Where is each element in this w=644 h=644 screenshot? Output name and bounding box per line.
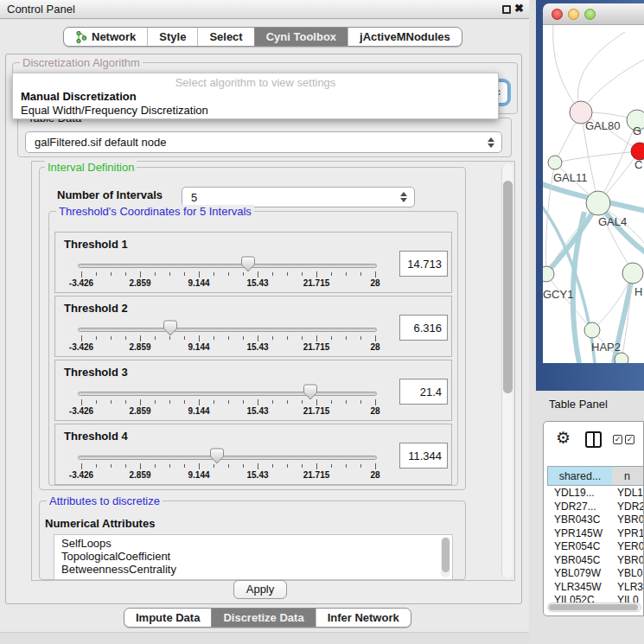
vertical-scrollbar-thumb[interactable] [503,181,513,393]
tab-select[interactable]: Select [197,28,253,46]
node-selected-red[interactable] [631,143,644,160]
tab-infer-network[interactable]: Infer Network [316,609,411,627]
slider-tick-label: -3.426 [69,278,93,288]
close-icon[interactable]: ✖ [514,2,524,15]
slider-thumb[interactable] [303,384,317,400]
slider-tick-label: 28 [370,342,379,352]
slider-tick [302,400,303,404]
table-row[interactable]: YBL079WYBL0 [547,567,643,581]
attributes-group: Attributes to discretize Numerical Attri… [39,501,466,580]
slider-tick-label: 2.859 [129,342,150,352]
threshold-value-input[interactable] [399,443,448,469]
attribute-item[interactable]: BetweennessCentrality [61,563,452,576]
slider-tick [214,464,214,468]
slider-tick [302,464,303,468]
slider-tick-label: 28 [370,406,379,416]
tab-network[interactable]: Network [64,28,147,46]
slider-tick [155,272,156,276]
slider-tick [184,464,185,468]
tab-style[interactable]: Style [147,28,197,46]
slider-tick [199,399,200,405]
table-panel-title: Table Panel [549,398,608,411]
slider-tick [346,464,347,468]
threshold-value-input[interactable] [399,315,448,341]
list-scrollbar[interactable] [441,537,450,577]
table-row[interactable]: YBR043CYBR0 [547,513,643,527]
zoom-traffic-light[interactable] [584,9,596,20]
slider-tick [214,336,214,340]
table-row[interactable]: YLR345WYLR3 [547,581,643,595]
float-window-icon[interactable] [502,5,511,14]
network-canvas[interactable]: GAL80 GAL11 GAL4 GCY1 HAP2 G C H [543,25,644,363]
slider-tick-label: 15.43 [246,342,268,352]
table-row[interactable]: YBR045CYBR0 [547,554,643,568]
slider-tick [184,272,185,276]
slider-thumb[interactable] [241,256,255,272]
tab-impute-data[interactable]: Impute Data [124,609,211,627]
slider-tick-label: 28 [370,278,379,288]
slider-tick [155,464,156,468]
slider-tick [243,464,244,468]
tab-jactivemnodules[interactable]: jActiveMNodules [348,28,462,46]
network-window-titlebar[interactable] [543,3,644,25]
network-window-frame[interactable]: GAL80 GAL11 GAL4 GCY1 HAP2 G C H [536,0,644,391]
slider-tick [125,336,126,340]
slider-tick [111,272,112,276]
threshold-value-input[interactable] [399,379,448,405]
table-row[interactable]: YDR27...YDR2 [547,501,643,514]
node-gcy1[interactable] [543,266,554,282]
node-partial-bottom[interactable] [615,353,628,363]
minimize-traffic-light[interactable] [568,9,579,20]
slider-tick [140,399,141,405]
dropdown-option-manual[interactable]: Manual Discretization [13,90,498,104]
slider-tick-label: -3.426 [69,406,93,416]
apply-button[interactable]: Apply [233,580,287,599]
list-scrollbar-thumb[interactable] [442,538,450,572]
column-header-shared-name[interactable]: shared... [547,466,612,486]
slider-tick [346,400,347,404]
slider-tick [375,335,376,341]
horizontal-scrollbar[interactable] [547,603,641,612]
numerical-attributes-list[interactable]: SelfLoopsTopologicalCoefficientBetweenne… [54,534,453,580]
slider-tick [316,271,317,277]
attribute-item[interactable]: SelfLoops [61,537,452,550]
close-traffic-light[interactable] [552,9,563,20]
node-partial-right[interactable] [622,263,643,284]
table-row[interactable]: YDL19...YDL1 [547,487,643,501]
column-header-name[interactable]: n [612,466,643,486]
slider-tick [125,400,126,404]
threshold-value-input[interactable] [399,251,448,277]
columns-icon[interactable] [585,431,602,448]
slider-tick [199,335,200,341]
checkbox-icon[interactable]: ✓ [613,435,622,444]
attribute-item[interactable]: TopologicalCoefficient [61,550,452,563]
cell-shared-name: YBR043C [547,513,612,527]
gear-icon[interactable]: ⚙ [556,429,571,448]
slider-thumb[interactable] [163,320,177,336]
slider-tick [258,399,258,405]
tab-label: Infer Network [328,611,399,624]
slider-thumb[interactable] [210,448,224,464]
slider-tick-label: 9.144 [188,470,209,480]
table-data-combobox[interactable]: galFiltered.sif default node [25,131,502,153]
cell-shared-name: YBR045C [547,554,612,568]
table-row[interactable]: YER054CYER0 [547,540,643,554]
table-row[interactable]: YIL052CYIL0 [547,594,643,603]
tab-cyni-toolbox[interactable]: Cyni Toolbox [254,28,348,46]
node-hap2[interactable] [584,322,600,338]
bottom-tab-bar: Impute Data Discretize Data Infer Networ… [124,608,411,628]
table-row[interactable]: YPR145WYPR1 [547,527,643,541]
slider-tick [287,400,288,404]
threshold-panel: Threshold 4 -3.4262.8599.14415.4321.7152… [54,424,452,485]
node-gal11[interactable] [548,156,562,169]
slider-ticks: -3.4262.8599.14415.4321.71528 [55,296,451,356]
horizontal-scrollbar-thumb[interactable] [549,604,638,610]
node-gal4[interactable] [586,191,610,215]
vertical-scrollbar[interactable] [501,163,513,578]
tab-label: Select [209,30,242,43]
slider-tick-label: 28 [370,470,379,480]
tab-discretize-data[interactable]: Discretize Data [211,609,315,627]
checkbox-icon[interactable]: ✓ [625,435,634,444]
dropdown-option-equal-width[interactable]: Equal Width/Frequency Discretization [13,104,498,118]
slider-tick-label: 21.715 [303,342,330,352]
